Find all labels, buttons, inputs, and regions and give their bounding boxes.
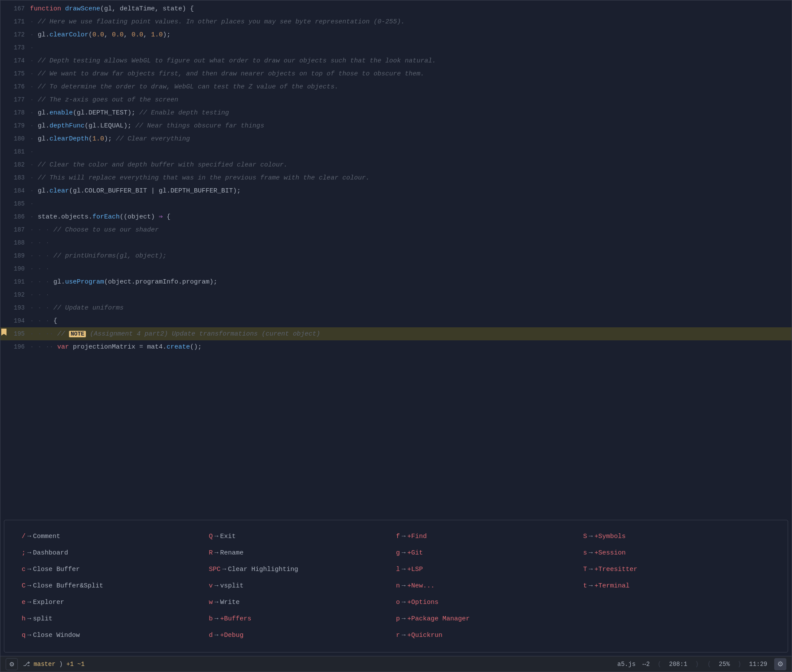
zoom-level: 25% — [719, 661, 730, 668]
line-content: // To determine the order to draw, WebGL… — [38, 81, 338, 94]
key-arrow: → — [402, 547, 406, 559]
key-binding-item: f → +Find — [396, 531, 583, 543]
cursor-pos: 208:1 — [669, 661, 687, 668]
code-line: 188· · · — [0, 236, 792, 249]
line-number: 184 — [7, 184, 30, 197]
key-arrow: → — [27, 630, 31, 642]
line-content: { — [53, 315, 57, 328]
line-number: 187 — [7, 223, 30, 236]
keybindings-panel: / → CommentQ → Exitf → +FindS → +Symbols… — [4, 520, 788, 652]
code-line: 189· · · // printUniforms(gl, object); — [0, 249, 792, 262]
key-char: d — [209, 630, 213, 642]
code-token-cm: // Here we use floating point values. In… — [38, 18, 405, 26]
code-line: 174· // Depth testing allows WebGL to fi… — [0, 54, 792, 67]
code-token-op: ((object) — [120, 213, 159, 221]
code-token-op: state.objects. — [38, 213, 92, 221]
code-token-cm: // Clear the color and depth buffer with… — [38, 161, 288, 169]
line-content: // NOTE (Assignment 4 part2) Update tran… — [57, 328, 320, 341]
settings-button[interactable]: ⚙ — [6, 658, 18, 670]
key-label: Write — [220, 597, 240, 609]
indent-marker: · — [30, 81, 38, 94]
key-binding-item: v → vsplit — [209, 580, 396, 592]
code-line: 192· · · — [0, 288, 792, 301]
indent-marker: · — [30, 120, 38, 133]
key-arrow: → — [27, 613, 31, 625]
code-token-method: clearDepth — [49, 135, 88, 143]
status-bar: ⚙ ⎇ master ) +1 ~1 a5.js ↔2 ( 208:1 ) ( … — [0, 656, 792, 672]
code-token-op: (); — [190, 343, 202, 351]
key-arrow: → — [402, 597, 406, 609]
code-line: 191· · · gl.useProgram(object.programInf… — [0, 275, 792, 288]
status-right: a5.js ↔2 ( 208:1 ) ( 25% ) 11:29 ⚙ — [617, 658, 786, 670]
line-number: 195 — [7, 327, 30, 340]
indent-marker: · · · — [30, 315, 53, 328]
key-label: Close Buffer — [33, 564, 80, 576]
indent-marker: · · ·· — [30, 328, 57, 341]
key-label: Explorer — [33, 597, 64, 609]
line-number: 190 — [7, 262, 30, 275]
key-label: +Terminal — [595, 580, 630, 592]
key-binding-item: g → +Git — [396, 547, 583, 559]
code-line: 173· — [0, 41, 792, 54]
code-token-method: clearColor — [49, 31, 88, 39]
code-line: 176· // To determine the order to draw, … — [0, 80, 792, 93]
indent-marker: · — [30, 55, 38, 68]
key-binding-item: c → Close Buffer — [22, 564, 209, 576]
indent-marker: · — [30, 198, 38, 211]
code-token-cm: // We want to draw far objects first, an… — [38, 70, 424, 78]
line-number: 191 — [7, 275, 30, 288]
code-token-cm_pre: // — [57, 330, 69, 338]
code-token-op: , — [143, 31, 151, 39]
line-content: gl.clear(gl.COLOR_BUFFER_BIT | gl.DEPTH_… — [38, 185, 241, 198]
code-token-op: , — [124, 31, 131, 39]
key-label: split — [33, 613, 52, 625]
buffer-arrows: ↔2 — [642, 661, 650, 668]
key-label: Close Buffer&Split — [33, 580, 103, 592]
key-label: +New... — [407, 580, 435, 592]
branch-bracket-close: ) — [59, 661, 62, 668]
code-line: 177· // The z-axis goes out of the scree… — [0, 93, 792, 106]
line-content: gl.clearColor(0.0, 0.0, 0.0, 1.0); — [38, 29, 170, 42]
key-arrow: → — [402, 613, 406, 625]
key-binding-item: o → +Options — [396, 597, 583, 609]
code-token-cm: // This will replace everything that was… — [38, 174, 370, 182]
key-binding-item: b → +Buffers — [209, 613, 396, 625]
code-token-method: create — [167, 343, 190, 351]
key-char: Q — [209, 531, 213, 543]
key-binding-item — [583, 613, 771, 625]
key-binding-item: t → +Terminal — [583, 580, 771, 592]
key-char: C — [22, 580, 26, 592]
code-token-nm: 1.0 — [151, 31, 163, 39]
indent-marker: · — [30, 185, 38, 198]
gear-button[interactable]: ⚙ — [774, 658, 786, 670]
code-token-method: forEach — [92, 213, 120, 221]
code-token-op: { — [53, 317, 57, 325]
key-label: +Treesitter — [595, 564, 638, 576]
code-token-op: (gl, deltaTime, state) { — [100, 5, 194, 13]
code-token-op: ); — [104, 135, 116, 143]
indent-marker: · — [30, 133, 38, 146]
code-line: 183· // This will replace everything tha… — [0, 171, 792, 184]
line-content: // Choose to use our shader — [53, 224, 159, 237]
code-token-cm: // Choose to use our shader — [53, 226, 159, 234]
key-arrow: → — [215, 597, 219, 609]
key-char: h — [22, 613, 26, 625]
key-label: vsplit — [220, 580, 244, 592]
key-arrow: → — [589, 531, 593, 543]
key-binding-item: R → Rename — [209, 547, 396, 559]
sep2: ) — [695, 661, 699, 668]
editor-container: 167function drawScene(gl, deltaTime, sta… — [0, 0, 792, 672]
code-line: 180· gl.clearDepth(1.0); // Clear everyt… — [0, 132, 792, 145]
code-area[interactable]: 167function drawScene(gl, deltaTime, sta… — [0, 0, 792, 516]
code-line: 194· · · { — [0, 314, 792, 327]
key-char: e — [22, 597, 26, 609]
indent-marker: · — [30, 29, 38, 42]
line-number: 171 — [7, 15, 30, 28]
code-line: 179· gl.depthFunc(gl.LEQUAL); // Near th… — [0, 119, 792, 132]
indent-marker: · · ·· — [30, 341, 57, 354]
key-char: t — [583, 580, 587, 592]
line-number: 177 — [7, 93, 30, 106]
code-line: 185· — [0, 197, 792, 210]
key-char: n — [396, 580, 400, 592]
code-line: 186· state.objects.forEach((object) ⇒ { — [0, 210, 792, 223]
